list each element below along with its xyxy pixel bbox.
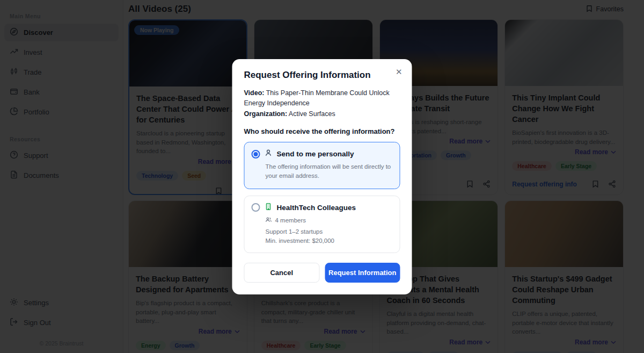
- modal-video-line: Video: This Paper-Thin Membrane Could Un…: [244, 88, 400, 119]
- organization-value: Active Surfaces: [289, 110, 335, 118]
- radio-selected[interactable]: [252, 150, 260, 159]
- option-description: The offering information will be sent di…: [266, 162, 393, 181]
- modal-title: Request Offering Information: [244, 70, 400, 81]
- option-head: Send to me personally: [252, 149, 393, 159]
- person-icon: [265, 149, 273, 159]
- app-window: Main Menu Discover Invest Trade Bank Por…: [0, 0, 644, 353]
- building-icon: [265, 203, 273, 213]
- members-count: 4 members: [275, 217, 306, 224]
- option-detail-line: Min. investment: $20,000: [266, 236, 393, 246]
- video-label: Video:: [244, 89, 265, 97]
- option-detail-line: Support 1–2 startups: [266, 227, 393, 237]
- video-value: This Paper-Thin Membrane Could Unlock En…: [244, 89, 390, 107]
- option-healthtech-colleagues[interactable]: HealthTech Colleagues 4 members Support …: [244, 196, 400, 254]
- members-row: 4 members: [266, 217, 393, 224]
- option-label: Send to me personally: [277, 150, 354, 158]
- option-details: Support 1–2 startups Min. investment: $2…: [266, 227, 393, 247]
- option-label: HealthTech Colleagues: [277, 204, 356, 212]
- option-send-to-me[interactable]: Send to me personally The offering infor…: [244, 142, 400, 189]
- request-information-button[interactable]: Request Information: [325, 263, 400, 283]
- cancel-button[interactable]: Cancel: [244, 263, 320, 283]
- organization-label: Organization:: [244, 110, 288, 118]
- users-icon: [266, 217, 272, 224]
- modal-question: Who should receive the offering informat…: [244, 127, 400, 135]
- request-offering-modal: ✕ Request Offering Information Video: Th…: [232, 59, 412, 294]
- modal-footer: Cancel Request Information: [244, 263, 400, 283]
- radio-unselected[interactable]: [252, 203, 260, 212]
- close-icon[interactable]: ✕: [393, 66, 405, 78]
- option-head: HealthTech Colleagues: [252, 203, 393, 213]
